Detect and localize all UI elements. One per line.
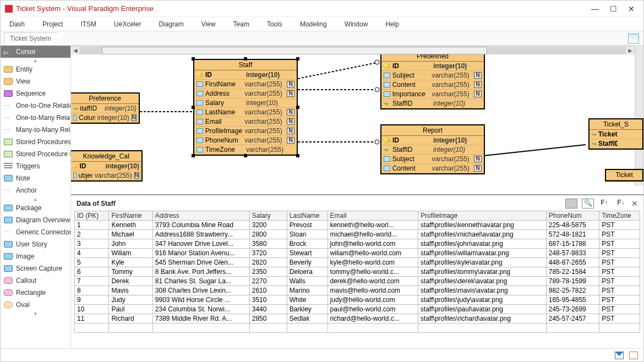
palette-one-to-many-relati-[interactable]: ⋯One-to-Many Relati... [1,112,70,124]
diagram-canvas[interactable]: Preference↪itaffIDinteger(10)Columninteg… [71,46,643,194]
entity-staff[interactable]: StaffIDinteger(10)FirstNamevarchar(255)N… [193,59,298,156]
table-row[interactable]: 5Kyle545 Sherman Drive Glen...2820Beverl… [75,258,640,267]
selection-handle[interactable] [192,57,195,61]
entity-column[interactable]: Addressvarchar(255)N [194,89,297,98]
menu-view[interactable]: View [197,20,216,28]
entity-column[interactable]: PhoneNumvarchar(255)N [194,136,297,145]
sort-asc-button[interactable]: F↑ [598,199,610,209]
mail-icon[interactable] [615,352,624,359]
print-icon[interactable] [565,199,577,209]
entity-column[interactable]: Salaryinteger(10) [194,98,297,108]
selection-handle[interactable] [244,154,247,157]
selection-handle[interactable] [296,154,299,157]
palette-entity[interactable]: Entity [1,63,70,75]
menu-help[interactable]: Help [381,20,399,28]
menu-project[interactable]: Project [38,20,63,28]
entity-column[interactable]: ubjectvarchar(255)N [71,171,141,180]
entity-column[interactable]: IDinteger(10) [381,62,484,71]
table-row[interactable]: 11Richard7389 Middle River Rd. A...2850S… [75,314,640,323]
tab-ticket-system[interactable]: Ticket System [4,32,57,44]
entity-column[interactable]: Importancevarchar(255)N [381,90,484,99]
entity-column[interactable]: Contentvarchar(255)N [381,164,484,173]
entity-column[interactable]: Columninteger(10)N [71,113,139,123]
scroll-thumb[interactable] [102,47,487,54]
close-button[interactable]: ✕ [628,4,635,13]
minimize-button[interactable]: — [591,4,599,13]
sort-desc-button[interactable]: F↓ [615,199,627,209]
entity-column[interactable]: Emailvarchar(255)N [194,117,297,127]
palette-expand-icon[interactable]: ▾ [1,311,70,316]
column-header[interactable]: PhoneNum [546,211,599,221]
entity-column[interactable]: Subjectvarchar(255)N [381,155,484,164]
palette-anchor[interactable]: ⋯Anchor [1,184,70,196]
selection-handle[interactable] [192,106,195,109]
entity-column[interactable]: Contentvarchar(255)N [381,80,484,90]
palette-many-to-many-rela-[interactable]: ⋯Many-to-Many Rela... [1,124,70,136]
palette-collapse-icon[interactable]: ▴ [1,58,70,63]
palette-user-story[interactable]: User Story [1,238,70,250]
palette-screen-capture[interactable]: Screen Capture [1,262,70,275]
document-icon[interactable] [629,352,638,359]
entity-column[interactable]: ↪StaffIDinteger(10) [381,145,484,155]
palette-view[interactable]: View [1,75,70,87]
table-row-empty[interactable] [75,323,640,333]
palette-stored-procedures[interactable]: Stored Procedures [1,136,70,148]
column-header[interactable]: LastName [287,211,328,221]
column-header[interactable]: Address [152,211,249,221]
find-icon[interactable]: 🔍 [582,199,594,209]
selection-handle[interactable] [296,57,299,61]
entity-column[interactable]: Subjectvarchar(255)N [381,71,484,80]
entity-knowledge_cat[interactable]: Knowledge_CatIDinteger(10)ubjectvarchar(… [71,150,143,182]
column-header[interactable]: Salary [249,211,287,221]
entity-predefined[interactable]: PredefinedIDinteger(10)Subjectvarchar(25… [380,50,485,109]
palette-image[interactable]: Image [1,250,70,262]
entity-column[interactable]: LastNamevarchar(255)N [194,108,297,117]
palette-sequence[interactable]: Sequence [1,87,70,100]
panel-close-icon[interactable]: ✕ [631,199,638,208]
selection-handle[interactable] [192,154,195,157]
entity-column[interactable]: ↪StaffIDinteger(10) [381,99,484,108]
palette-stored-procedure-re-[interactable]: Stored Procedure Re... [1,148,70,160]
menu-dash[interactable]: Dash [5,20,25,28]
column-header[interactable]: ID (PK) [75,211,109,221]
entity-preference[interactable]: Preference↪itaffIDinteger(10)Columninteg… [71,92,140,124]
palette-cursor[interactable]: ▻Cursor [1,46,70,58]
palette-oval[interactable]: Oval [1,299,70,311]
entity-column[interactable]: FirstNamevarchar(255)N [194,80,297,89]
palette-generic-connector[interactable]: ⋯Generic Connector [1,226,70,238]
palette-note[interactable]: Note [1,172,70,184]
column-header[interactable]: FirstName [109,211,152,221]
entity-column[interactable]: ↪StaffID [590,139,642,149]
menu-team[interactable]: Team [229,20,249,28]
table-row[interactable]: 9Judy9903 Wild Horse Circle ...3510White… [75,295,640,305]
perspective-icon[interactable] [628,34,639,43]
entity-ticket[interactable]: Ticket [605,169,643,182]
table-row[interactable]: 7Derek81 Charles St. Sugar La...2270Wall… [75,277,640,286]
entity-report[interactable]: ReportIDinteger(10)↪StaffIDinteger(10)Su… [380,124,485,174]
entity-column[interactable]: IDinteger(10) [381,136,484,145]
entity-column[interactable]: ↪TicketID [590,130,642,139]
table-row[interactable]: 8Mavis308 Charles Drive Lexin...2610Mari… [75,286,640,295]
entity-column[interactable]: ProfileImagevarchar(255)N [194,127,297,136]
palette-triggers[interactable]: Triggers [1,160,70,172]
column-header[interactable]: TimeZone [599,211,640,221]
menu-modeling[interactable]: Modeling [296,20,327,28]
staff-data-table[interactable]: ID (PK)FirstNameAddressSalaryLastNameEma… [74,211,640,333]
palette-package[interactable]: Package [1,202,70,214]
menu-diagram[interactable]: Diagram [154,20,183,28]
scrollbar-horizontal[interactable]: ◄ ► ✥ [71,46,643,54]
palette-collapse-icon[interactable]: ▴ [1,196,70,202]
entity-column[interactable]: ↪itaffIDinteger(10) [71,104,139,113]
table-row[interactable]: 10Paul234 Columbia St. Norwi...3440Barkl… [75,305,640,314]
palette-callout[interactable]: Callout [1,275,70,287]
menu-window[interactable]: Window [340,20,368,28]
menu-uexceler[interactable]: UeXceler [110,20,141,28]
palette-one-to-one-relation-[interactable]: ⋯One-to-One Relation... [1,100,70,112]
table-row[interactable]: 4Wiliam916 Manor Station Avenu...3720Ste… [75,249,640,258]
menu-tools[interactable]: Tools [263,20,282,28]
column-header[interactable]: Email [328,211,418,221]
entity-column[interactable]: IDinteger(10) [194,70,297,80]
column-header[interactable]: ProfileImage [418,211,547,221]
table-row[interactable]: 1Kenneth3793 Columbia Mine Road3200Prevo… [75,221,640,230]
selection-handle[interactable] [296,106,299,109]
